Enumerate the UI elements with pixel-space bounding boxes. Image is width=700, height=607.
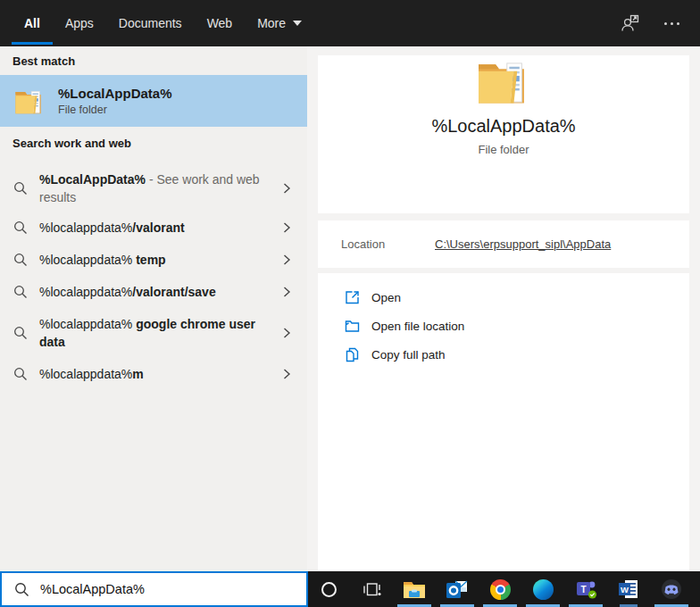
- tab-documents-label: Documents: [119, 16, 182, 30]
- tab-web-label: Web: [207, 16, 233, 30]
- suggestion-query: %localappdata%: [39, 285, 132, 299]
- chevron-right-icon: [280, 327, 293, 339]
- search-box[interactable]: [0, 571, 308, 607]
- file-explorer-icon[interactable]: [393, 571, 436, 607]
- tab-documents[interactable]: Documents: [106, 0, 195, 46]
- best-match-header: Best match: [12, 54, 75, 68]
- preview-subtitle: File folder: [318, 143, 689, 156]
- user-account-icon[interactable]: [618, 11, 643, 36]
- word-icon[interactable]: W: [607, 571, 650, 607]
- preview-panel: %LocalAppData% File folder Location C:\U…: [307, 46, 700, 571]
- suggestion-query: %localappdata%: [39, 367, 132, 381]
- chevron-down-icon: [293, 21, 302, 26]
- suggestion-row[interactable]: %localappdata%/valorant: [0, 212, 307, 244]
- suggestion-query: %localappdata%: [39, 253, 132, 267]
- results-panel: Best match %LocalAppData% File folder Se…: [0, 46, 307, 571]
- outlook-icon[interactable]: [436, 571, 479, 607]
- copy-full-path-action[interactable]: Copy full path: [318, 340, 689, 369]
- chevron-right-icon: [280, 221, 293, 234]
- suggestion-row[interactable]: %localappdata%m: [0, 358, 307, 390]
- search-input[interactable]: [40, 582, 306, 596]
- copy-full-path-icon: [345, 347, 360, 362]
- folder-icon-large: [476, 93, 531, 108]
- preview-title: %LocalAppData%: [318, 116, 689, 137]
- chrome-icon[interactable]: [479, 571, 521, 607]
- open-action-label: Open: [371, 291, 401, 304]
- open-file-location-icon: [345, 319, 360, 334]
- location-card: Location C:\Users\erpsupport_sipl\AppDat…: [318, 220, 689, 268]
- actions-card: Open Open file location Copy full path: [318, 273, 689, 570]
- copy-full-path-label: Copy full path: [371, 348, 446, 362]
- search-web-header: Search work and web: [12, 137, 131, 150]
- search-icon: [13, 220, 28, 235]
- tab-more[interactable]: More: [245, 0, 314, 46]
- chevron-right-icon: [280, 182, 293, 195]
- task-view-icon[interactable]: [350, 571, 393, 607]
- open-action[interactable]: Open: [318, 283, 689, 312]
- best-match-subtitle: File folder: [58, 104, 172, 116]
- suggestion-row[interactable]: %localappdata%/valorant/save: [0, 276, 307, 308]
- search-icon: [13, 253, 28, 267]
- suggestion-completion: m: [132, 367, 143, 381]
- filter-tabs: All Apps Documents Web More: [12, 0, 314, 46]
- tab-apps-label: Apps: [65, 16, 94, 30]
- tab-all[interactable]: All: [12, 0, 53, 46]
- suggestion-completion: temp: [132, 253, 165, 267]
- taskbar: T W: [307, 571, 700, 607]
- location-label: Location: [341, 237, 435, 251]
- edge-icon[interactable]: [521, 571, 564, 607]
- suggestion-query: %localappdata%: [39, 220, 132, 235]
- more-options-icon[interactable]: [659, 11, 684, 36]
- discord-icon[interactable]: [650, 571, 693, 607]
- search-icon: [13, 326, 28, 340]
- suggestion-row[interactable]: %LocalAppData% - See work and web result…: [0, 165, 307, 212]
- teams-icon[interactable]: T: [564, 571, 607, 607]
- svg-text:T: T: [580, 585, 586, 595]
- chevron-right-icon: [280, 368, 293, 380]
- suggestion-completion: /valorant: [132, 220, 184, 235]
- tab-all-label: All: [24, 16, 40, 30]
- svg-text:W: W: [621, 585, 629, 595]
- suggestion-row[interactable]: %localappdata% google chrome user data: [0, 308, 307, 358]
- chevron-right-icon: [280, 254, 293, 266]
- chevron-right-icon: [280, 286, 293, 298]
- preview-header-card: %LocalAppData% File folder: [318, 55, 689, 213]
- suggestion-list: %LocalAppData% - See work and web result…: [0, 165, 307, 390]
- search-icon: [13, 181, 28, 195]
- open-file-location-label: Open file location: [371, 320, 464, 333]
- tab-web[interactable]: Web: [195, 0, 246, 46]
- best-match-result[interactable]: %LocalAppData% File folder: [0, 75, 307, 127]
- suggestion-completion: /valorant/save: [132, 285, 215, 299]
- tab-apps[interactable]: Apps: [53, 0, 106, 46]
- cortana-icon[interactable]: [307, 571, 350, 607]
- open-file-location-action[interactable]: Open file location: [318, 312, 689, 340]
- search-icon: [13, 285, 28, 299]
- open-icon: [345, 290, 360, 305]
- search-icon: [14, 582, 29, 597]
- tab-more-label: More: [257, 16, 286, 30]
- folder-icon: [14, 87, 45, 115]
- search-navbar: All Apps Documents Web More: [0, 0, 700, 46]
- location-link[interactable]: C:\Users\erpsupport_sipl\AppData: [435, 237, 611, 251]
- suggestion-query: %localappdata%: [39, 317, 132, 331]
- best-match-title: %LocalAppData%: [58, 86, 172, 101]
- suggestion-query: %LocalAppData%: [39, 172, 146, 187]
- suggestion-row[interactable]: %localappdata% temp: [0, 244, 307, 276]
- search-icon: [13, 367, 28, 381]
